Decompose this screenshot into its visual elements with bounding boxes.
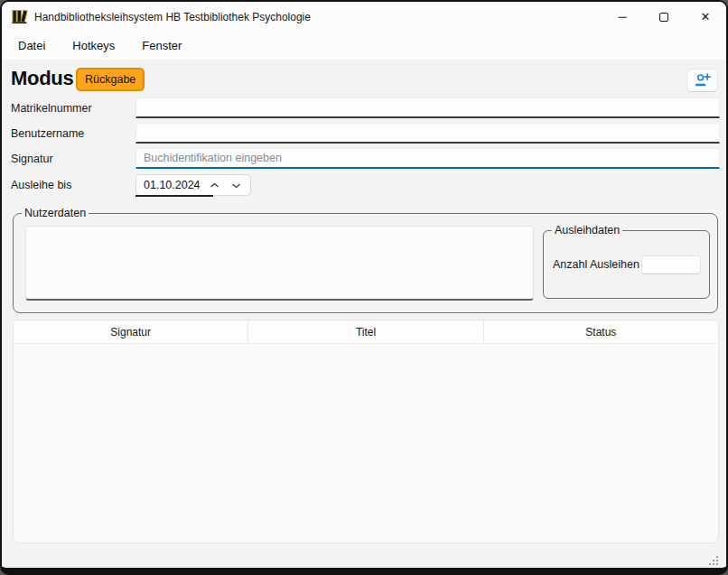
benutzername-label: Benutzername xyxy=(11,127,84,140)
anzahl-ausleihen-label: Anzahl Ausleihen xyxy=(553,258,639,271)
column-header-signatur[interactable]: Signatur xyxy=(14,320,247,343)
ausleihe-bis-label: Ausleihe bis xyxy=(11,179,71,191)
ausleihe-bis-value[interactable] xyxy=(136,179,203,191)
signatur-label: Signatur xyxy=(11,153,53,165)
loan-table: Signatur Titel Status xyxy=(13,320,719,543)
column-header-titel[interactable]: Titel xyxy=(248,320,482,343)
close-button[interactable]: ✕ xyxy=(685,2,726,32)
chevron-up-icon xyxy=(210,182,219,189)
loan-table-body xyxy=(14,344,718,543)
minimize-icon: ─ xyxy=(618,10,626,23)
menu-item-datei[interactable]: Datei xyxy=(18,39,45,52)
mode-row: Modus Rückgabe xyxy=(2,65,726,96)
title-bar: Handbibliotheksleihsystem HB Testbibliot… xyxy=(2,2,726,32)
benutzername-field[interactable] xyxy=(135,123,720,144)
resize-grip[interactable] xyxy=(707,554,719,566)
ausleihe-bis-date-spinner[interactable] xyxy=(135,174,251,196)
nutzerdaten-groupbox: Nutzerdaten Ausleihdaten Anzahl Ausleihe… xyxy=(13,213,718,313)
menu-bar: Datei Hotkeys Fenster xyxy=(2,32,726,60)
nutzerdaten-title: Nutzerdaten xyxy=(22,207,89,219)
person-add-icon xyxy=(694,73,711,88)
signatur-field[interactable] xyxy=(135,148,720,169)
chevron-down-icon xyxy=(231,182,241,189)
window-controls: ─ ✕ xyxy=(602,2,726,32)
maximize-icon xyxy=(659,13,668,22)
maximize-button[interactable] xyxy=(643,2,685,32)
loan-table-header: Signatur Titel Status xyxy=(14,320,718,344)
menu-item-fenster[interactable]: Fenster xyxy=(142,39,182,52)
matrikelnummer-field[interactable] xyxy=(135,97,720,118)
anzahl-ausleihen-field[interactable] xyxy=(641,255,701,274)
minimize-button[interactable]: ─ xyxy=(602,2,643,32)
date-decrement-button[interactable] xyxy=(225,176,247,194)
window-title: Handbibliotheksleihsystem HB Testbibliot… xyxy=(34,11,311,23)
mode-label: Modus xyxy=(11,67,73,90)
menu-item-hotkeys[interactable]: Hotkeys xyxy=(72,39,115,52)
matrikelnummer-label: Matrikelnummer xyxy=(11,102,92,115)
ausleihdaten-groupbox: Ausleihdaten Anzahl Ausleihen xyxy=(543,230,710,299)
nutzerdaten-textarea[interactable] xyxy=(25,226,534,301)
close-icon: ✕ xyxy=(701,10,711,23)
books-app-icon xyxy=(11,8,28,25)
app-window: Handbibliotheksleihsystem HB Testbibliot… xyxy=(0,0,728,575)
mode-status-badge: Rückgabe xyxy=(76,68,145,91)
add-user-button[interactable] xyxy=(686,69,718,92)
ausleihdaten-title: Ausleihdaten xyxy=(552,224,622,236)
date-increment-button[interactable] xyxy=(203,176,225,194)
column-header-status[interactable]: Status xyxy=(484,320,718,343)
